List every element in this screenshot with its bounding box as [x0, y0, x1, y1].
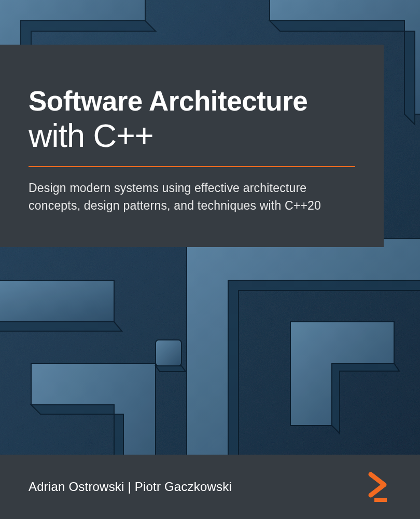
- book-cover: Software Architecture with C++ Design mo…: [0, 0, 420, 519]
- svg-rect-3: [374, 498, 387, 502]
- author-names: Adrian Ostrowski | Piotr Gaczkowski: [29, 480, 232, 494]
- title-panel: Software Architecture with C++ Design mo…: [0, 45, 384, 247]
- footer-bar: Adrian Ostrowski | Piotr Gaczkowski: [0, 455, 420, 519]
- book-subtitle: Design modern systems using effective ar…: [29, 180, 355, 214]
- title-line-1: Software Architecture: [29, 86, 355, 116]
- book-title: Software Architecture with C++: [29, 86, 355, 153]
- title-line-2: with C++: [29, 118, 355, 153]
- publisher-logo-icon: [363, 471, 391, 502]
- title-divider: [29, 166, 355, 167]
